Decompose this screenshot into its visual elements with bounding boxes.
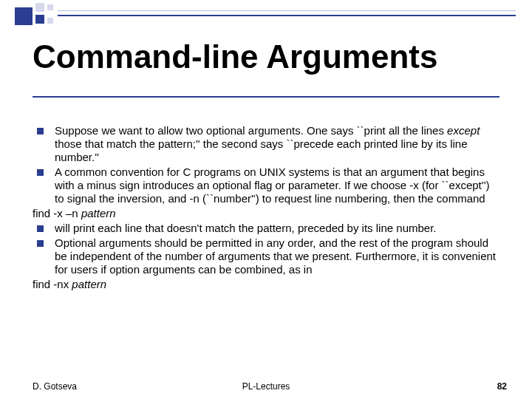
bullet-item: will print each line that doesn't match … bbox=[33, 222, 499, 235]
slide-body: Suppose we want to allow two optional ar… bbox=[33, 124, 499, 293]
rule-thick bbox=[58, 15, 516, 16]
square-icon bbox=[47, 4, 53, 10]
square-icon bbox=[47, 18, 53, 24]
title-underline bbox=[33, 96, 499, 98]
header-decoration bbox=[0, 0, 532, 31]
bullet-item: A common convention for C programs on UN… bbox=[33, 166, 499, 205]
square-icon bbox=[35, 15, 44, 24]
square-icon bbox=[15, 7, 33, 25]
bullet-item: Suppose we want to allow two optional ar… bbox=[33, 124, 499, 164]
footer-page: 82 bbox=[497, 381, 507, 392]
code-line: find -nx pattern bbox=[33, 278, 499, 291]
square-icon bbox=[35, 3, 44, 12]
slide: Command-line Arguments Suppose we want t… bbox=[0, 0, 532, 399]
slide-title: Command-line Arguments bbox=[33, 38, 437, 75]
bullet-item: Optional arguments should be permitted i… bbox=[33, 236, 499, 276]
rule-thin bbox=[58, 10, 516, 11]
code-line: find -x –n pattern bbox=[33, 207, 499, 220]
footer-center: PL-Lectures bbox=[0, 381, 532, 392]
